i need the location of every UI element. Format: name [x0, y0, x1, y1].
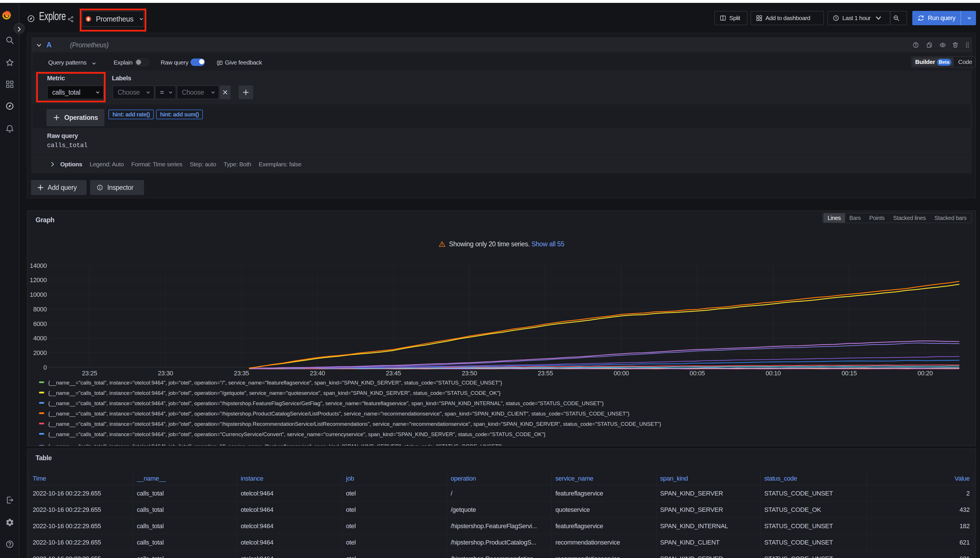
svg-text:23:30: 23:30	[158, 369, 173, 377]
svg-text:00:10: 00:10	[766, 369, 781, 377]
svg-text:23:25: 23:25	[82, 369, 97, 377]
svg-text:23:50: 23:50	[462, 369, 477, 377]
svg-text:00:15: 00:15	[842, 369, 857, 377]
svg-text:23:40: 23:40	[310, 369, 325, 377]
svg-text:10000: 10000	[30, 291, 47, 298]
svg-text:23:35: 23:35	[234, 369, 249, 377]
svg-text:00:05: 00:05	[690, 369, 705, 377]
svg-text:23:45: 23:45	[386, 369, 401, 377]
svg-text:0: 0	[43, 364, 47, 371]
svg-text:14000: 14000	[30, 262, 47, 269]
svg-text:00:00: 00:00	[613, 369, 629, 377]
svg-text:12000: 12000	[30, 276, 47, 284]
svg-text:6000: 6000	[33, 320, 47, 327]
svg-text:2000: 2000	[33, 349, 47, 356]
svg-text:23:55: 23:55	[538, 369, 553, 377]
svg-text:00:20: 00:20	[918, 369, 933, 377]
svg-text:4000: 4000	[33, 335, 47, 342]
svg-text:8000: 8000	[33, 306, 47, 313]
